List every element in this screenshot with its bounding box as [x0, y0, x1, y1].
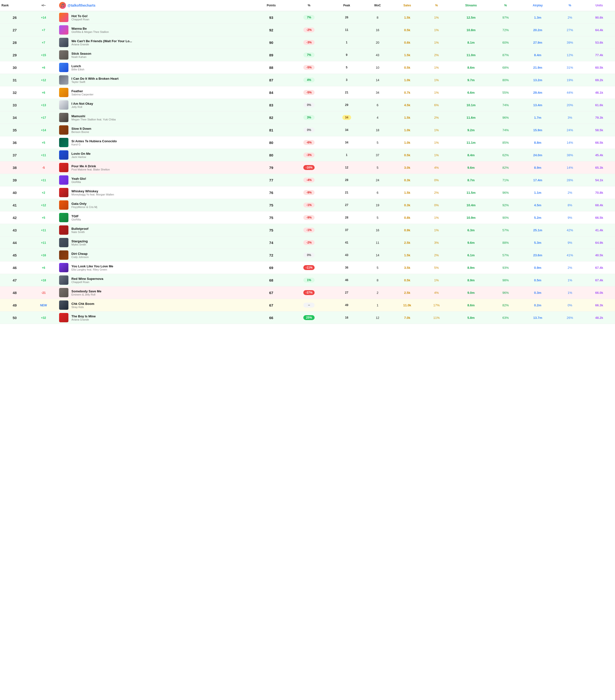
streams-pct-cell: 60% — [492, 36, 519, 49]
points-value: 79 — [269, 165, 273, 170]
rank-cell: 38 — [0, 161, 29, 174]
points-value: 69 — [269, 266, 273, 270]
sales-pct-value: 1% — [434, 78, 439, 82]
song-text: Dirt Cheap Cody Johnson — [71, 252, 252, 259]
song-cell: Chk Chk Boom Stray Kids — [70, 299, 254, 312]
woc-cell: 14 — [364, 74, 391, 86]
sales-value: 3.5k — [404, 266, 410, 270]
change-cell: +6 — [29, 261, 58, 274]
sales-pct-value: 1% — [434, 66, 439, 70]
airplay-pct-value: 39% — [567, 41, 573, 45]
song-artist: FloyyMenor & Cris Mj — [71, 205, 252, 209]
woc-value: 5 — [377, 166, 378, 170]
song-title: Si Antes Te Hubiera Conocido — [71, 139, 252, 143]
song-title: Somebody Save Me — [71, 289, 252, 293]
rank-cell: 44 — [0, 236, 29, 249]
rank-value: 50 — [13, 316, 17, 320]
streams-cell: 8.9m — [450, 274, 492, 287]
table-row: 36+5 Si Antes Te Hubiera Conocido Karol … — [0, 136, 615, 149]
woc-cell: 5 — [364, 261, 391, 274]
rank-value: 44 — [13, 241, 17, 245]
change-value: +14 — [41, 128, 46, 132]
airplay-value: 4.5m — [534, 203, 541, 207]
thumbnail-cell — [58, 211, 70, 224]
airplay-value: 13.4m — [533, 103, 542, 107]
rank-cell: 35 — [0, 124, 29, 136]
sales-value: 0.3k — [404, 203, 410, 207]
units-value: 61.6k — [595, 103, 603, 107]
peak-value: 29 — [342, 102, 351, 108]
woc-value: 1 — [377, 303, 378, 307]
table-row: 47+18 Red Wine Supernova Chappell Roan 6… — [0, 274, 615, 287]
airplay-value: 20.2m — [533, 28, 542, 32]
peak-value: 46 — [342, 278, 351, 283]
song-text: Si Antes Te Hubiera Conocido Karol G — [71, 139, 252, 146]
rank-cell: 41 — [0, 199, 29, 211]
airplay-pct-value: 0% — [568, 303, 572, 307]
song-cell: Red Wine Supernova Chappell Roan — [70, 274, 254, 287]
rank-cell: 39 — [0, 174, 29, 186]
table-row: 46+6 You Look Like You Love Me Ella Lang… — [0, 261, 615, 274]
sales-pct-cell: 3% — [423, 236, 450, 249]
change-cell: +32 — [29, 312, 58, 324]
streams-cell: 8.6m — [450, 299, 492, 312]
song-text: Lovin On Me Jack Harlow — [71, 152, 252, 159]
points-value: 68 — [269, 278, 273, 282]
points-cell: 75 — [254, 199, 289, 211]
change-cell: +11 — [29, 174, 58, 186]
airplay-value: 23.6m — [533, 253, 542, 257]
rank-value: 33 — [13, 103, 17, 107]
airplay-pct-value: 26% — [567, 316, 573, 320]
change-cell: +13 — [29, 99, 58, 111]
song-artist: Benson Boone — [71, 130, 252, 134]
streams-pct-value: 87% — [502, 53, 509, 57]
airplay-cell: 20.2m — [519, 24, 556, 36]
woc-cell: 8 — [364, 274, 391, 287]
sales-value: 7.0k — [404, 316, 410, 320]
change-value: +6 — [42, 91, 45, 95]
sales-value: 1.5k — [404, 16, 410, 20]
table-row: 41+12 Gata Only FloyyMenor & Cris Mj 75-… — [0, 199, 615, 211]
song-thumbnail — [59, 263, 68, 272]
peak-value: 34 — [342, 127, 351, 133]
song-thumbnail — [59, 75, 68, 85]
song-artist: Eminem & Jelly Roll — [71, 293, 252, 296]
pct-badge: 0% — [303, 253, 315, 258]
song-cell: Lunch Billie Eilish — [70, 61, 254, 74]
airplay-cell: 1.7m — [519, 111, 556, 124]
pct-cell: -3% — [288, 149, 329, 161]
airplay-pct-cell: 28% — [556, 174, 583, 186]
song-artist: Post Malone feat. Blake Shelton — [71, 168, 252, 171]
woc-cell: 5 — [364, 161, 391, 174]
song-thumbnail — [59, 150, 68, 160]
streams-pct-cell: 98% — [492, 274, 519, 287]
col-header-sales-pct: % — [423, 0, 450, 11]
song-text: We Can't Be Friends (Wait For Your Lo...… — [71, 39, 252, 46]
table-row: 27+7 Wanna Be GloRilla & Megan Thee Stal… — [0, 24, 615, 36]
streams-value: 9.7m — [467, 78, 475, 82]
col-header-pct: % — [288, 0, 329, 11]
points-value: 80 — [269, 140, 273, 145]
rank-cell: 48 — [0, 287, 29, 299]
units-cell: 66.0k — [583, 287, 615, 299]
streams-value: 6.6m — [467, 91, 475, 95]
change-value: +7 — [42, 41, 45, 45]
streams-pct-value: 60% — [502, 41, 509, 45]
woc-cell: 2 — [364, 287, 391, 299]
change-cell: +11 — [29, 224, 58, 236]
airplay-value: 24.0m — [533, 153, 542, 157]
streams-value: 8.9m — [467, 266, 475, 270]
streams-pct-cell: 82% — [492, 161, 519, 174]
streams-pct-cell: 87% — [492, 49, 519, 61]
change-cell: +18 — [29, 274, 58, 287]
rank-cell: 30 — [0, 61, 29, 74]
woc-cell: 18 — [364, 124, 391, 136]
streams-value: 10.1m — [466, 103, 476, 107]
table-row: 34+17 Mamushi Megan Thee Stallion feat. … — [0, 111, 615, 124]
streams-pct-cell: 62% — [492, 149, 519, 161]
streams-pct-cell: 96% — [492, 186, 519, 199]
points-cell: 79 — [254, 161, 289, 174]
rank-value: 38 — [13, 165, 17, 170]
peak-value: 3 — [342, 77, 351, 83]
units-cell: 70.8k — [583, 186, 615, 199]
